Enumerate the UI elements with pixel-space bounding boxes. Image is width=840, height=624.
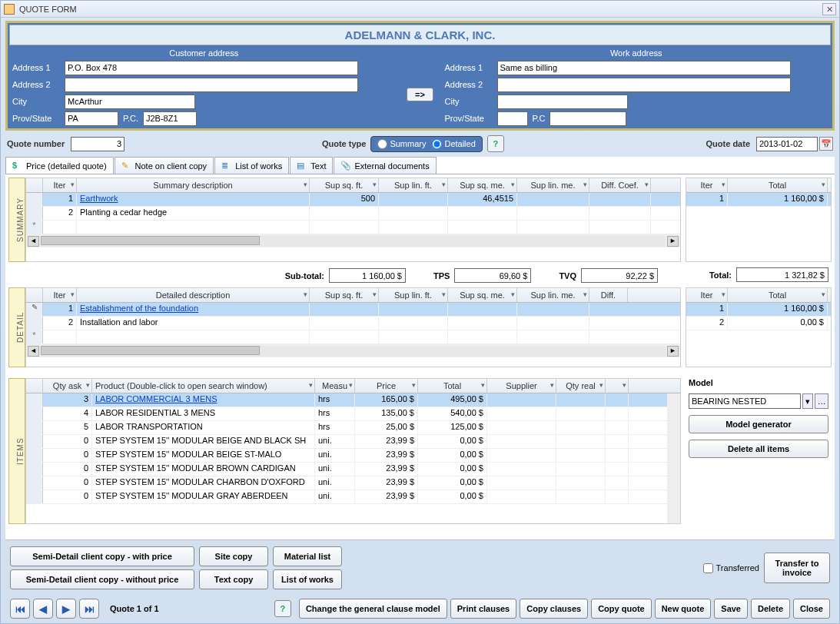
summary-total-header-item[interactable]: Iter▾ (686, 178, 728, 192)
items-header-measure[interactable]: Measu▾ (315, 379, 355, 393)
semi-detail-with-price-button[interactable]: Semi-Detail client copy - with price (10, 546, 194, 566)
items-header-price[interactable]: Price▾ (355, 379, 418, 393)
tps-input[interactable] (454, 268, 531, 283)
summary-new-row[interactable]: * (26, 221, 680, 234)
tab-works[interactable]: ≣List of works (214, 157, 289, 174)
customer-address2-input[interactable] (65, 78, 358, 92)
item-row[interactable]: 4LABOR RESIDENTIAL 3 MENShrs135,00 $540,… (26, 407, 667, 421)
detail-header-item[interactable]: Iter▾ (43, 288, 77, 302)
model-select[interactable] (689, 393, 801, 409)
customer-city-input[interactable] (65, 95, 195, 109)
new-quote-button[interactable]: New quote (655, 599, 712, 619)
calendar-icon[interactable]: 📅 (819, 137, 833, 151)
tab-price[interactable]: $Price (detailed quote) (5, 157, 114, 174)
summary-total-row[interactable]: 11 160,00 $ (686, 193, 831, 207)
customer-prov-input[interactable] (65, 111, 118, 126)
detail-total-header-total[interactable]: Total▾ (728, 288, 828, 302)
work-address1-input[interactable] (497, 61, 791, 75)
detail-header-linme[interactable]: Sup lin. me.▾ (517, 288, 589, 302)
vtab-summary[interactable]: SUMMARY (8, 178, 25, 262)
quote-date-input[interactable] (756, 137, 818, 151)
tab-external[interactable]: 📎External documents (334, 157, 436, 174)
nav-prev-button[interactable]: ◀ (33, 599, 53, 619)
items-header-row-selector[interactable] (26, 379, 43, 393)
summary-row[interactable]: 2Planting a cedar hedge (26, 207, 680, 221)
customer-address1-input[interactable] (65, 61, 358, 75)
items-header-total[interactable]: Total▾ (418, 379, 487, 393)
quote-type-summary[interactable]: Summary (377, 139, 426, 149)
model-generator-button[interactable]: Model generator (689, 415, 828, 433)
nav-first-button[interactable]: ⏮ (10, 599, 30, 619)
total-input[interactable] (736, 267, 828, 282)
detail-header-linft[interactable]: Sup lin. ft.▾ (379, 288, 448, 302)
copy-clauses-button[interactable]: Copy clauses (520, 599, 588, 619)
item-row[interactable]: 0STEP SYSTEM 15'' MODULAR BEIGE AND BLAC… (26, 435, 667, 449)
summary-header-sqft[interactable]: Sup sq. ft.▾ (310, 178, 379, 192)
items-body[interactable]: 3LABOR COMMERCIAL 3 MENShrs165,00 $495,0… (26, 393, 667, 523)
print-clauses-button[interactable]: Print clauses (450, 599, 516, 619)
summary-header-row-selector[interactable] (26, 178, 43, 192)
item-row[interactable]: 0STEP SYSTEM 15'' MODULAR CHARBON D'OXFO… (26, 476, 667, 490)
detail-row[interactable]: 2Installation and labor (26, 317, 680, 330)
model-dropdown-icon[interactable]: ▾ (802, 393, 813, 409)
detail-header-sqft[interactable]: Sup sq. ft.▾ (310, 288, 379, 302)
items-header-product[interactable]: Product (Double-click to open search win… (92, 379, 315, 393)
detail-row[interactable]: ✎1Establishment of the foundation (26, 303, 680, 317)
site-copy-button[interactable]: Site copy (199, 546, 268, 566)
list-of-works-button[interactable]: List of works (273, 569, 342, 589)
vtab-detail[interactable]: DETAIL (8, 287, 25, 367)
summary-header-item[interactable]: Iter▾ (43, 178, 77, 192)
close-button[interactable]: Close (793, 599, 830, 619)
summary-header-diff[interactable]: Diff. Coef.▾ (589, 178, 651, 192)
detail-total-row[interactable]: 11 160,00 $ (686, 303, 831, 317)
detail-header-desc[interactable]: Detailed description▾ (77, 288, 310, 302)
subtotal-input[interactable] (329, 268, 406, 283)
summary-hscroll[interactable]: ◄► (26, 234, 680, 247)
copy-address-button[interactable]: => (407, 88, 433, 101)
items-header-extra[interactable]: ▾ (606, 379, 629, 393)
detail-hscroll[interactable]: ◄► (26, 344, 680, 357)
item-row[interactable]: 0STEP SYSTEM 15'' MODULAR BROWN CARDIGAN… (26, 463, 667, 476)
items-header-qtyreal[interactable]: Qty real▾ (556, 379, 606, 393)
detail-header-sqme[interactable]: Sup sq. me.▾ (448, 288, 517, 302)
items-header-qty[interactable]: Qty ask▾ (43, 379, 92, 393)
quote-type-detailed[interactable]: Detailed (432, 139, 475, 149)
item-row[interactable]: 5LABOR TRANSPORTATIONhrs25,00 $125,00 $ (26, 421, 667, 435)
semi-detail-without-price-button[interactable]: Semi-Detail client copy - without price (10, 569, 194, 589)
transferred-checkbox[interactable]: Transferred (703, 563, 759, 573)
vtab-items[interactable]: ITEMS (8, 378, 25, 524)
customer-pc-input[interactable] (143, 111, 197, 126)
summary-header-linme[interactable]: Sup lin. me.▾ (517, 178, 589, 192)
work-city-input[interactable] (497, 95, 628, 109)
detail-header-row-selector[interactable] (26, 288, 43, 302)
summary-header-sqme[interactable]: Sup sq. me.▾ (448, 178, 517, 192)
detail-body[interactable]: ✎1Establishment of the foundation 2Insta… (26, 303, 680, 344)
delete-button[interactable]: Delete (751, 599, 790, 619)
summary-header-linft[interactable]: Sup lin. ft.▾ (379, 178, 448, 192)
summary-body[interactable]: 1Earthwork50046,4515 2Planting a cedar h… (26, 193, 680, 234)
detail-new-row[interactable]: * (26, 330, 680, 344)
detail-total-row[interactable]: 20,00 $ (686, 317, 831, 330)
summary-row[interactable]: 1Earthwork50046,4515 (26, 193, 680, 207)
item-row[interactable]: 0STEP SYSTEM 15'' MODULAR GRAY ABERDEENu… (26, 490, 667, 504)
nav-next-button[interactable]: ▶ (56, 599, 76, 619)
tab-note[interactable]: ✎Note on client copy (115, 157, 214, 174)
help-button-2[interactable]: ? (274, 600, 291, 617)
work-address2-input[interactable] (497, 78, 791, 92)
transfer-to-invoice-button[interactable]: Transfer to invoice (764, 553, 830, 583)
nav-last-button[interactable]: ⏭ (79, 599, 99, 619)
save-button[interactable]: Save (714, 599, 748, 619)
copy-quote-button[interactable]: Copy quote (591, 599, 652, 619)
summary-total-header-total[interactable]: Total▾ (728, 178, 828, 192)
quote-number-input[interactable] (71, 137, 125, 151)
detail-header-diff[interactable]: Diff. (589, 288, 628, 302)
item-row[interactable]: 3LABOR COMMERCIAL 3 MENShrs165,00 $495,0… (26, 393, 667, 407)
tvq-input[interactable] (581, 268, 658, 283)
item-row[interactable]: 0STEP SYSTEM 15'' MODULAR BEIGE ST-MALOu… (26, 449, 667, 463)
tab-text[interactable]: ▤Text (290, 157, 333, 174)
delete-all-items-button[interactable]: Delete all items (689, 440, 828, 458)
text-copy-button[interactable]: Text copy (199, 569, 268, 589)
change-clause-button[interactable]: Change the general clause model (299, 599, 447, 619)
summary-header-desc[interactable]: Summary description▾ (77, 178, 310, 192)
model-browse-button[interactable]: … (815, 393, 828, 409)
